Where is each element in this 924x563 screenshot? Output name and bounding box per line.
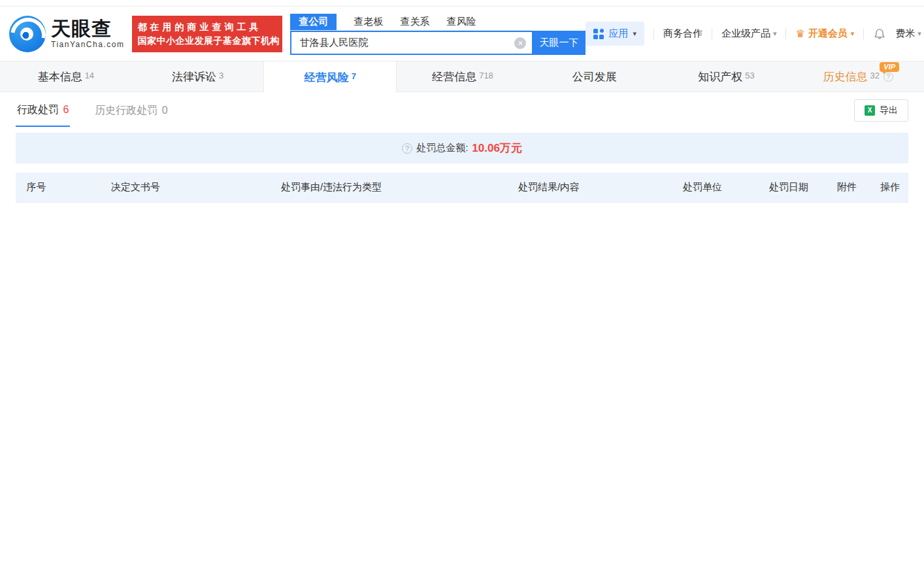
nav-item-enterprise[interactable]: 企业级产品 ▾: [721, 27, 777, 40]
search-tab-0[interactable]: 查公司: [290, 14, 337, 30]
subtab-label: 行政处罚: [17, 104, 59, 115]
nav-divider: [653, 29, 654, 39]
apps-menu-button[interactable]: 应用 ▾: [586, 22, 644, 46]
search-input[interactable]: [290, 31, 532, 55]
tab-count: 14: [85, 71, 94, 80]
column-header-3: 处罚结果/内容: [448, 173, 650, 202]
tab-6[interactable]: 历史信息32?VIP: [792, 61, 924, 92]
excel-icon: X: [865, 105, 875, 116]
tab-label: 历史信息: [823, 69, 867, 84]
subtab-administrative-penalties[interactable]: 行政处罚 6: [16, 94, 70, 127]
crown-icon: ♛: [795, 29, 804, 39]
brand-name: 天眼查: [51, 18, 124, 39]
subtab-label: 历史行政处罚: [95, 105, 157, 116]
vip-label: 开通会员: [808, 27, 848, 40]
tab-5[interactable]: 知识产权53: [661, 61, 793, 92]
subtab-historical-penalties[interactable]: 历史行政处罚 0: [93, 94, 169, 126]
tab-label: 经营风险: [305, 70, 349, 85]
column-header-7: 操作: [872, 173, 908, 202]
tab-label: 法律诉讼: [172, 69, 216, 84]
slogan-line2: 国家中小企业发展子基金旗下机构: [137, 34, 277, 48]
export-label: 导出: [880, 105, 898, 116]
tab-3[interactable]: 经营信息718: [397, 61, 529, 92]
tab-count: 32: [870, 71, 879, 80]
search-tab-3[interactable]: 查风险: [446, 14, 476, 30]
tianyancha-logo[interactable]: 天眼查 TianYanCha.com: [9, 16, 124, 52]
user-menu[interactable]: 费米 ▾: [895, 27, 921, 40]
username: 费米: [895, 27, 915, 40]
penalty-total-amount: 10.06万元: [472, 141, 522, 156]
open-vip-button[interactable]: ♛ 开通会员 ▾: [795, 27, 854, 40]
tab-label: 公司发展: [572, 69, 617, 84]
tab-2[interactable]: 经营风险7: [263, 61, 397, 94]
tab-label: 知识产权: [698, 69, 742, 84]
penalty-total-label: 处罚总金额:: [416, 142, 468, 154]
tab-label: 经营信息: [432, 69, 476, 84]
table-header: 序号决定文书号处罚事由/违法行为类型处罚结果/内容处罚单位处罚日期附件操作: [16, 173, 908, 202]
section-tabbar: 基本信息14法律诉讼3经营风险7经营信息718公司发展知识产权53历史信息32?…: [0, 61, 924, 92]
clear-search-icon[interactable]: ✕: [514, 37, 526, 49]
chevron-down-icon: ▾: [851, 29, 855, 38]
subtab-count: 6: [63, 104, 69, 115]
question-circle-icon[interactable]: ?: [402, 143, 412, 154]
column-header-6: 附件: [822, 173, 872, 202]
tab-label: 基本信息: [38, 69, 82, 84]
brand-domain: TianYanCha.com: [51, 41, 124, 49]
search-tab-2[interactable]: 查关系: [400, 14, 429, 30]
search-area: 查公司查老板查关系查风险 ✕ 天眼一下: [290, 13, 586, 55]
export-button[interactable]: X 导出: [854, 99, 908, 122]
penalty-table: 序号决定文书号处罚事由/违法行为类型处罚结果/内容处罚单位处罚日期附件操作: [16, 173, 908, 203]
column-header-2: 处罚事由/违法行为类型: [214, 173, 448, 202]
tab-4[interactable]: 公司发展: [529, 61, 661, 92]
header: 天眼查 TianYanCha.com 都在用的商业查询工具 国家中小企业发展子基…: [0, 7, 924, 61]
tianyancha-logo-icon: [9, 16, 46, 52]
tab-1[interactable]: 法律诉讼3: [132, 61, 264, 92]
enterprise-label: 企业级产品: [721, 27, 770, 40]
tab-count: 718: [479, 71, 493, 80]
column-header-4: 处罚单位: [650, 173, 755, 202]
chevron-down-icon: ▾: [773, 29, 777, 38]
slogan-line1: 都在用的商业查询工具: [137, 20, 277, 34]
column-header-0: 序号: [16, 173, 57, 202]
search-tabs: 查公司查老板查关系查风险: [290, 13, 532, 31]
apps-grid-icon: [593, 29, 604, 39]
subtab-count: 0: [162, 105, 168, 116]
tab-count: 53: [745, 71, 754, 80]
top-divider: [0, 0, 924, 7]
header-nav: 应用 ▾ 商务合作 企业级产品 ▾ ♛ 开通会员 ▾ 费米 ▾: [586, 22, 921, 46]
tab-0[interactable]: 基本信息14: [0, 61, 132, 92]
nav-divider: [712, 29, 712, 39]
column-header-1: 决定文书号: [57, 173, 214, 202]
penalty-total-banner: ? 处罚总金额: 10.06万元: [16, 133, 908, 163]
tab-count: 3: [219, 71, 223, 80]
search-button[interactable]: 天眼一下: [532, 31, 586, 55]
table-body: [16, 202, 908, 203]
tab-count: 7: [352, 71, 356, 81]
chevron-down-icon: ▾: [633, 29, 636, 38]
column-header-5: 处罚日期: [755, 173, 822, 202]
chevron-down-icon: ▾: [917, 29, 921, 38]
notifications-button[interactable]: [873, 27, 886, 41]
apps-label: 应用: [608, 27, 628, 40]
vip-badge: VIP: [880, 62, 899, 72]
nav-divider: [863, 29, 864, 39]
search-tab-1[interactable]: 查老板: [354, 14, 383, 30]
nav-item-cooperation[interactable]: 商务合作: [663, 27, 702, 40]
subtab-bar: 行政处罚 6 历史行政处罚 0 X 导出: [0, 92, 924, 128]
slogan-banner: 都在用的商业查询工具 国家中小企业发展子基金旗下机构: [132, 16, 282, 52]
bell-icon: [873, 27, 886, 41]
nav-divider: [785, 29, 786, 39]
